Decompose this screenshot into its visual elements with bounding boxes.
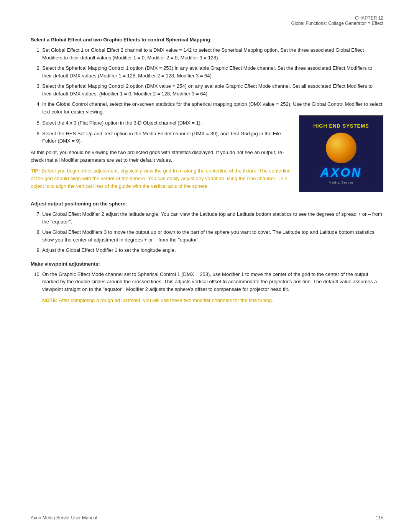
product-image: HIGH END SYSTEMS AXON Media Server xyxy=(299,115,383,192)
note-text: After completing a rough ad justment, yo… xyxy=(58,297,273,303)
note-block: NOTE: After completing a rough ad justme… xyxy=(42,297,383,304)
tip-label: TIP: xyxy=(31,168,40,174)
page-footer: Axon Media Server User Manual 115 xyxy=(31,512,383,521)
list-item: Use Global Effect Modifiers 3 to move th… xyxy=(42,228,383,243)
section3-list: On the Graphic Effect Mode channel set t… xyxy=(42,271,383,293)
footer-left: Axon Media Server User Manual xyxy=(31,515,97,521)
list-item: Use Global Effect Modifier 2 adjust the … xyxy=(42,210,383,225)
list-item: Select the Spherical Mapping Control 1 o… xyxy=(42,64,383,79)
chapter-label: CHAPTER 12 xyxy=(31,15,383,21)
section2-list: Use Global Effect Modifier 2 adjust the … xyxy=(42,210,383,254)
list-item: Select the Spherical Mapping Control 2 o… xyxy=(42,82,383,97)
brand-top-text: HIGH END SYSTEMS xyxy=(313,123,369,129)
section1-heading: Select a Global Effect and two Graphic E… xyxy=(31,37,383,43)
section1-list: Set Global Effect 1 or Global Effect 2 c… xyxy=(42,46,383,115)
list-item: Adjust the Global Effect Modifier 1 to s… xyxy=(42,246,383,254)
list-item: Set Global Effect 1 or Global Effect 2 c… xyxy=(42,46,383,61)
section2-heading: Adjust output positioning on the sphere: xyxy=(31,201,383,207)
image-box: HIGH END SYSTEMS AXON Media Server xyxy=(299,115,383,192)
content-with-image: HIGH END SYSTEMS AXON Media Server Selec… xyxy=(31,119,383,194)
brand-bottom-text: AXON xyxy=(320,166,362,180)
page-number: 115 xyxy=(376,515,383,521)
list-item: On the Graphic Effect Mode channel set t… xyxy=(42,271,383,293)
list-item: In the Global Control channel, select th… xyxy=(42,100,383,115)
chapter-title: Global Functions: Collage Generator™ Eff… xyxy=(31,21,383,26)
page: CHAPTER 12 Global Functions: Collage Gen… xyxy=(0,0,414,532)
tip-text: Before you begin other adjustment, physi… xyxy=(31,168,291,189)
sphere-graphic xyxy=(326,133,356,163)
brand-tagline: Media Server xyxy=(329,181,354,184)
note-label: NOTE: xyxy=(42,297,58,303)
section3-heading: Make viewpoint adjustments: xyxy=(31,261,383,267)
page-header: CHAPTER 12 Global Functions: Collage Gen… xyxy=(31,15,383,26)
